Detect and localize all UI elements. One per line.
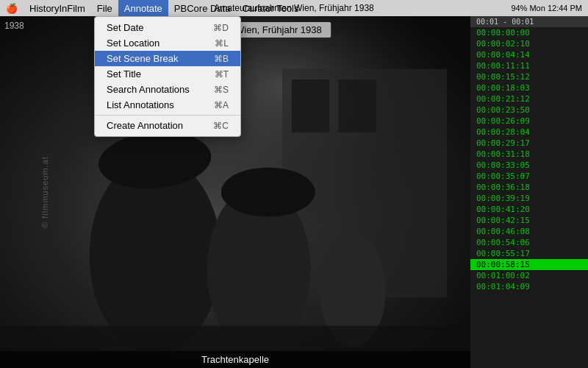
timecode-item-13[interactable]: 00:00:35:07 (470, 171, 588, 182)
timecode-item-10[interactable]: 00:00:29:17 (470, 138, 588, 149)
timecode-item-9[interactable]: 00:00:28:04 (470, 127, 588, 138)
timecode-sidebar[interactable]: 00:01 - 00:0100:00:00:0000:00:02:1000:00… (470, 16, 588, 368)
apple-menu[interactable]: 🍎 (0, 0, 24, 16)
timecode-header: 00:01 - 00:01 (470, 16, 588, 27)
timecode-item-21[interactable]: 00:00:58:15 (470, 259, 588, 270)
timecode-item-0[interactable]: 00:00:00:00 (470, 27, 588, 38)
menu-set-location[interactable]: Set Location ⌘L (95, 35, 240, 51)
menubar-right-status: 94% Mon 12:44 PM (511, 4, 588, 13)
menu-separator (95, 115, 240, 116)
caption-bar: Trachtenkapelle (0, 351, 470, 368)
timecode-item-22[interactable]: 00:01:00:02 (470, 270, 588, 281)
menu-create-annotation[interactable]: Create Annotation ⌘C (95, 118, 240, 133)
timecode-item-17[interactable]: 00:00:42:15 (470, 215, 588, 226)
menu-list-annotations[interactable]: List Annotations ⌘A (95, 97, 240, 113)
year-label: 1938 (4, 21, 24, 31)
menubar-annotate[interactable]: Annotate (118, 0, 168, 16)
timecode-item-15[interactable]: 00:00:39:19 (470, 193, 588, 204)
timecode-item-7[interactable]: 00:00:23:50 (470, 105, 588, 116)
timecode-item-16[interactable]: 00:00:41:20 (470, 204, 588, 215)
timecode-item-5[interactable]: 00:00:18:03 (470, 82, 588, 93)
menu-search-annotations[interactable]: Search Annotations ⌘S (95, 82, 240, 97)
menu-set-scene-break[interactable]: Set Scene Break ⌘B (95, 51, 240, 66)
timecode-item-18[interactable]: 00:00:46:08 (470, 226, 588, 237)
timecode-item-11[interactable]: 00:00:31:18 (470, 149, 588, 160)
menubar-file[interactable]: File (91, 0, 118, 16)
menubar-title: Amateuraufnahmen Wien, Frühjahr 1938 (214, 3, 373, 13)
timecode-item-20[interactable]: 00:00:55:17 (470, 248, 588, 259)
annotate-dropdown: Set Date ⌘D Set Location ⌘L Set Scene Br… (94, 16, 241, 137)
timecode-item-23[interactable]: 00:01:04:09 (470, 281, 588, 292)
timecode-item-12[interactable]: 00:00:33:05 (470, 160, 588, 171)
menu-set-title[interactable]: Set Title ⌘T (95, 66, 240, 82)
timecode-item-3[interactable]: 00:00:11:11 (470, 60, 588, 71)
menubar-historyinfilm[interactable]: HistoryInFilm (24, 0, 91, 16)
timecode-item-4[interactable]: 00:00:15:12 (470, 71, 588, 82)
timecode-item-19[interactable]: 00:00:54:06 (470, 237, 588, 248)
menubar: 🍎 HistoryInFilm File Annotate PBCore Dat… (0, 0, 588, 16)
timecode-item-2[interactable]: 00:00:04:14 (470, 49, 588, 60)
timecode-item-8[interactable]: 00:00:26:09 (470, 116, 588, 127)
timecode-item-1[interactable]: 00:00:02:10 (470, 38, 588, 49)
menu-set-date[interactable]: Set Date ⌘D (95, 20, 240, 35)
timecode-item-14[interactable]: 00:00:36:18 (470, 182, 588, 193)
timecode-item-6[interactable]: 00:00:21:12 (470, 93, 588, 105)
